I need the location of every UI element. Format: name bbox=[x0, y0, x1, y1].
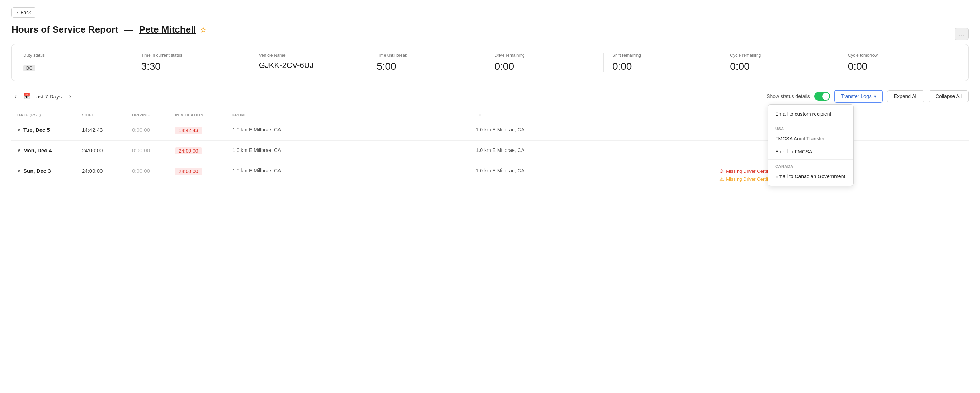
row-violation-2: 24:00:00 bbox=[175, 168, 232, 175]
expand-all-button[interactable]: Expand All bbox=[887, 90, 924, 102]
row-date-1: ∨ Mon, Dec 4 bbox=[17, 147, 82, 153]
toggle-thumb bbox=[822, 93, 829, 100]
stat-value-vehicle: GJKK-2CV-6UJ bbox=[259, 61, 359, 70]
col-header-date: DATE (PST) bbox=[17, 113, 82, 117]
collapse-all-button[interactable]: Collapse All bbox=[929, 90, 969, 102]
col-header-from: FROM bbox=[232, 113, 476, 117]
prev-date-button[interactable]: ‹ bbox=[11, 91, 19, 102]
favorite-icon[interactable]: ☆ bbox=[200, 26, 206, 34]
row-from-2: 1.0 km E Millbrae, CA bbox=[232, 168, 476, 174]
stat-value-cycle: 0:00 bbox=[730, 61, 830, 72]
stat-cycle-tomorrow: Cycle tomorrow 0:00 bbox=[839, 53, 957, 72]
error-icon-0: ⊘ bbox=[719, 168, 724, 174]
show-status-toggle[interactable] bbox=[814, 92, 830, 101]
toolbar-right: Show status details Transfer Logs ▾ Expa… bbox=[767, 90, 969, 103]
back-label: Back bbox=[21, 10, 31, 15]
dropdown-section-canada: CANADA bbox=[768, 161, 853, 170]
stat-duty-status: Duty status DC bbox=[23, 53, 132, 72]
col-header-driving: DRIVING bbox=[132, 113, 175, 117]
row-date-label-1: Mon, Dec 4 bbox=[23, 147, 52, 153]
page-title: Hours of Service Report — Pete Mitchell … bbox=[11, 24, 206, 35]
row-date-label-0: Tue, Dec 5 bbox=[23, 127, 50, 133]
row-shift-1: 24:00:00 bbox=[82, 147, 132, 153]
dropdown-divider-1 bbox=[768, 122, 853, 122]
row-shift-0: 14:42:43 bbox=[82, 127, 132, 133]
stat-label-drive: Drive remaining bbox=[495, 53, 595, 58]
transfer-logs-button[interactable]: Transfer Logs ▾ bbox=[834, 90, 883, 103]
stat-cycle-remaining: Cycle remaining 0:00 bbox=[721, 53, 839, 72]
row-shift-2: 24:00:00 bbox=[82, 168, 132, 174]
row-to-1: 1.0 km E Millbrae, CA bbox=[476, 147, 719, 153]
toolbar: ‹ 📅 Last 7 Days › Show status details Tr… bbox=[11, 90, 969, 103]
stat-value-shift: 0:00 bbox=[612, 61, 713, 72]
driver-name: Pete Mitchell bbox=[139, 24, 196, 35]
stat-time-break: Time until break 5:00 bbox=[368, 53, 486, 72]
violation-badge-2: 24:00:00 bbox=[175, 168, 202, 175]
dropdown-item-fmcsa-audit[interactable]: FMCSA Audit Transfer bbox=[768, 132, 853, 145]
title-dash: — bbox=[124, 24, 134, 35]
stat-label-cycle-tomorrow: Cycle tomorrow bbox=[848, 53, 948, 58]
col-header-violation: IN VIOLATION bbox=[175, 113, 232, 117]
stat-vehicle-name: Vehicle Name GJKK-2CV-6UJ bbox=[250, 53, 368, 72]
duty-badge: DC bbox=[23, 65, 35, 72]
row-to-0: 1.0 km E Millbrae, CA bbox=[476, 127, 719, 133]
row-from-1: 1.0 km E Millbrae, CA bbox=[232, 147, 476, 153]
stat-drive-remaining: Drive remaining 0:00 bbox=[486, 53, 604, 72]
row-date-label-2: Sun, Dec 3 bbox=[23, 168, 51, 174]
row-driving-1: 0:00:00 bbox=[132, 147, 175, 153]
col-header-to: TO bbox=[476, 113, 719, 117]
row-expand-icon-2[interactable]: ∨ bbox=[17, 168, 21, 174]
row-driving-2: 0:00:00 bbox=[132, 168, 175, 174]
title-prefix: Hours of Service Report bbox=[11, 24, 118, 35]
stat-value-time-current: 3:30 bbox=[141, 61, 241, 72]
violation-badge-1: 24:00:00 bbox=[175, 147, 202, 155]
date-range-display: 📅 Last 7 Days bbox=[24, 93, 62, 99]
dropdown-arrow-icon: ▾ bbox=[874, 93, 877, 99]
dropdown-divider-2 bbox=[768, 160, 853, 160]
stat-value-cycle-tomorrow: 0:00 bbox=[848, 61, 948, 72]
transfer-logs-dropdown: Email to custom recipient USA FMCSA Audi… bbox=[768, 104, 854, 186]
stat-label-break: Time until break bbox=[377, 53, 477, 58]
col-header-shift: SHIFT bbox=[82, 113, 132, 117]
calendar-icon: 📅 bbox=[24, 93, 30, 99]
dropdown-item-email-fmcsa[interactable]: Email to FMCSA bbox=[768, 145, 853, 158]
stat-shift-remaining: Shift remaining 0:00 bbox=[604, 53, 721, 72]
row-date-2: ∨ Sun, Dec 3 bbox=[17, 168, 82, 174]
date-range-label: Last 7 Days bbox=[33, 93, 62, 99]
row-expand-icon-0[interactable]: ∨ bbox=[17, 128, 21, 133]
row-to-2: 1.0 km E Millbrae, CA bbox=[476, 168, 719, 174]
next-date-button[interactable]: › bbox=[66, 91, 74, 102]
row-violation-1: 24:00:00 bbox=[175, 147, 232, 155]
stat-label-shift: Shift remaining bbox=[612, 53, 713, 58]
stat-value-drive: 0:00 bbox=[495, 61, 595, 72]
dropdown-section-usa: USA bbox=[768, 124, 853, 132]
violation-badge-0: 14:42:43 bbox=[175, 127, 202, 134]
show-status-label: Show status details bbox=[767, 93, 810, 99]
back-button[interactable]: ‹ Back bbox=[11, 7, 36, 18]
transfer-logs-label: Transfer Logs bbox=[841, 93, 872, 99]
dropdown-item-email-canada[interactable]: Email to Canadian Government bbox=[768, 170, 853, 183]
stat-label-time-current: Time in current status bbox=[141, 53, 241, 58]
stat-value-break: 5:00 bbox=[377, 61, 477, 72]
more-options-button[interactable]: ... bbox=[955, 28, 969, 40]
back-arrow-icon: ‹ bbox=[17, 10, 18, 15]
row-from-0: 1.0 km E Millbrae, CA bbox=[232, 127, 476, 133]
stat-label-vehicle: Vehicle Name bbox=[259, 53, 359, 58]
row-expand-icon-1[interactable]: ∨ bbox=[17, 148, 21, 153]
row-violation-0: 14:42:43 bbox=[175, 127, 232, 134]
stat-time-current: Time in current status 3:30 bbox=[132, 53, 250, 72]
row-driving-0: 0:00:00 bbox=[132, 127, 175, 133]
stat-label-cycle: Cycle remaining bbox=[730, 53, 830, 58]
row-date-0: ∨ Tue, Dec 5 bbox=[17, 127, 82, 133]
stats-card: Duty status DC Time in current status 3:… bbox=[11, 44, 969, 81]
warning-icon-0: ⚠ bbox=[719, 176, 724, 182]
dropdown-item-email-custom[interactable]: Email to custom recipient bbox=[768, 107, 853, 120]
stat-label-duty: Duty status bbox=[23, 53, 123, 58]
